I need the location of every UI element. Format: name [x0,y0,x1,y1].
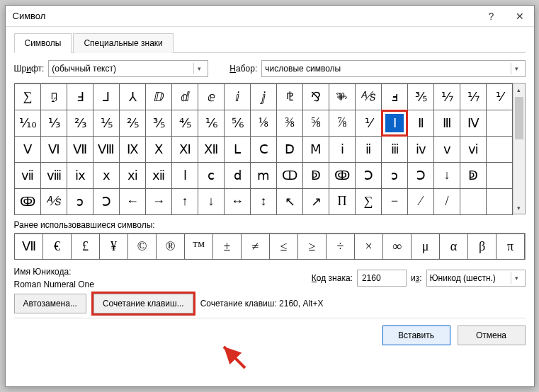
symbol-cell[interactable]: ⅟ [486,83,513,110]
symbol-cell[interactable]: ⅵ [460,136,487,163]
symbol-cell[interactable]: Ⅿ [302,136,329,163]
symbol-cell[interactable]: ⅉ [250,83,277,110]
symbol-cell[interactable]: ⅼ [171,162,198,189]
symbol-cell[interactable]: ⅃ [93,83,120,110]
symbol-cell[interactable]: ↁ [302,162,329,189]
symbol-cell[interactable] [486,188,513,215]
symbol-cell[interactable]: ⅞ [329,110,356,137]
symbol-cell[interactable]: Ⅹ [145,136,172,163]
symbol-cell[interactable]: ⅚ [224,110,251,137]
symbol-cell[interactable]: Ⅻ [198,136,225,163]
shortcut-key-button[interactable]: Сочетание клавиш... [93,294,193,313]
recent-symbol-cell[interactable]: Ⅶ [14,234,43,260]
symbol-cell[interactable]: Ⅸ [119,136,146,163]
symbol-cell[interactable]: ⅅ [145,83,172,110]
symbol-cell[interactable]: ⅰ [329,136,356,163]
help-button[interactable]: ? [477,6,506,27]
scroll-thumb[interactable] [515,97,523,139]
recent-symbol-cell[interactable]: α [439,234,468,260]
symbol-cell[interactable]: ⅗ [145,110,172,137]
grid-scrollbar[interactable]: ▴ ▾ [513,83,525,214]
tab-special-chars[interactable]: Специальные знаки [73,33,173,53]
recent-symbol-cell[interactable]: ≥ [297,234,327,260]
symbol-cell[interactable]: ↁ [460,162,487,189]
symbol-cell[interactable]: ↂ [14,188,41,215]
symbol-cell[interactable]: ⅍ [355,83,382,110]
symbol-cell[interactable]: Ⅳ [460,110,487,137]
symbol-cell[interactable]: ⅆ [171,83,198,110]
symbol-cell[interactable]: ↀ [276,162,303,189]
symbol-cell[interactable] [486,136,513,163]
recent-symbol-cell[interactable]: × [354,234,383,260]
symbol-cell[interactable]: Ⅶ [67,136,93,163]
symbol-cell[interactable]: Ⅲ [433,110,460,137]
symbol-cell[interactable]: ⅻ [145,162,172,189]
close-button[interactable]: ✕ [506,6,534,27]
recent-symbol-cell[interactable]: π [496,234,525,260]
symbol-cell[interactable]: Ⅷ [93,136,120,163]
scroll-up-button[interactable]: ▴ [514,83,525,96]
symbol-cell[interactable]: ⅄ [119,83,146,110]
symbol-cell[interactable]: ⅺ [119,162,146,189]
symbol-cell[interactable]: ⅱ [355,136,382,163]
symbol-cell[interactable]: ↔ [224,188,251,215]
symbol-grid[interactable]: ∑ꞬℲ⅃⅄ⅅⅆⅇⅈⅉ⅊⅋⅌⅍ⅎ⅗⅐⅐⅟⅒⅓⅔⅕⅖⅗⅘⅙⅚⅛⅜⅝⅞⅟ⅠⅡⅢⅣⅤⅥⅦ… [15,83,513,214]
symbol-cell[interactable] [486,162,513,189]
symbol-cell[interactable]: ⅈ [224,83,251,110]
symbol-cell[interactable]: ⅳ [407,136,434,163]
insert-button[interactable]: Вставить [382,325,450,345]
symbol-cell[interactable]: Ⅎ [67,83,93,110]
symbol-cell[interactable]: ⅝ [302,110,329,137]
symbol-cell[interactable]: ⅇ [198,83,225,110]
symbol-cell[interactable]: ⅋ [302,83,329,110]
symbol-cell[interactable]: Ⅱ [407,110,434,137]
symbol-cell[interactable]: Ⅾ [276,136,303,163]
recent-symbol-cell[interactable]: ÷ [326,234,355,260]
recent-symbol-cell[interactable]: ∞ [382,234,412,260]
subset-select[interactable]: числовые символы ▾ [261,60,525,77]
symbol-cell[interactable]: Ɡ [40,83,67,110]
symbol-cell[interactable]: ⅙ [198,110,225,137]
symbol-cell[interactable]: ∕ [407,188,434,215]
symbol-cell[interactable]: → [145,188,172,215]
symbol-cell[interactable]: ⅘ [171,110,198,137]
symbol-cell[interactable]: − [381,188,408,215]
symbol-cell[interactable]: / [433,188,460,215]
cancel-button[interactable]: Отмена [458,325,526,345]
symbol-cell[interactable]: Ⅽ [250,136,277,163]
symbol-cell[interactable]: Ⅵ [40,136,67,163]
symbol-cell[interactable]: ↑ [171,188,198,215]
autocorrect-button[interactable]: Автозамена... [14,294,86,313]
symbol-cell[interactable]: ⅐ [460,83,487,110]
symbol-cell[interactable]: ⅸ [67,162,93,189]
symbol-cell[interactable]: Ↄ [407,162,434,189]
font-select[interactable]: (обычный текст) ▾ [48,60,208,77]
symbol-cell[interactable]: Ⅼ [224,136,251,163]
symbol-cell[interactable]: ↂ [329,162,356,189]
recent-symbol-cell[interactable]: ≤ [269,234,298,260]
symbol-cell[interactable]: ↕ [250,188,277,215]
symbol-cell[interactable]: ⅲ [381,136,408,163]
symbol-cell[interactable]: ⅐ [433,83,460,110]
recent-symbol-cell[interactable]: ± [212,234,242,260]
symbol-cell[interactable] [460,188,487,215]
symbol-cell[interactable]: ⅶ [14,162,41,189]
symbol-cell[interactable]: Ⅴ [14,136,41,163]
recent-symbol-cell[interactable]: © [127,234,157,260]
symbol-cell[interactable]: ⅟ [355,110,382,137]
recent-symbol-cell[interactable]: ≠ [241,234,270,260]
recent-symbol-cell[interactable]: ¥ [99,234,128,260]
recent-symbols-grid[interactable]: Ⅶ€£¥©®™±≠≤≥÷×∞μαβπ [14,233,526,260]
symbol-cell[interactable]: ⅿ [250,162,277,189]
tab-symbols[interactable]: Символы [14,33,72,53]
symbol-cell[interactable]: ⅌ [329,83,356,110]
recent-symbol-cell[interactable]: £ [71,234,100,260]
symbol-cell[interactable]: ⅗ [407,83,434,110]
scroll-down-button[interactable]: ▾ [514,202,525,214]
symbol-cell[interactable]: Ⅺ [171,136,198,163]
symbol-cell[interactable]: ⅎ [381,83,408,110]
recent-symbol-cell[interactable]: β [467,234,497,260]
symbol-cell[interactable]: ↗ [302,188,329,215]
symbol-cell[interactable]: ⅖ [119,110,146,137]
symbol-cell[interactable]: ⅔ [67,110,93,137]
